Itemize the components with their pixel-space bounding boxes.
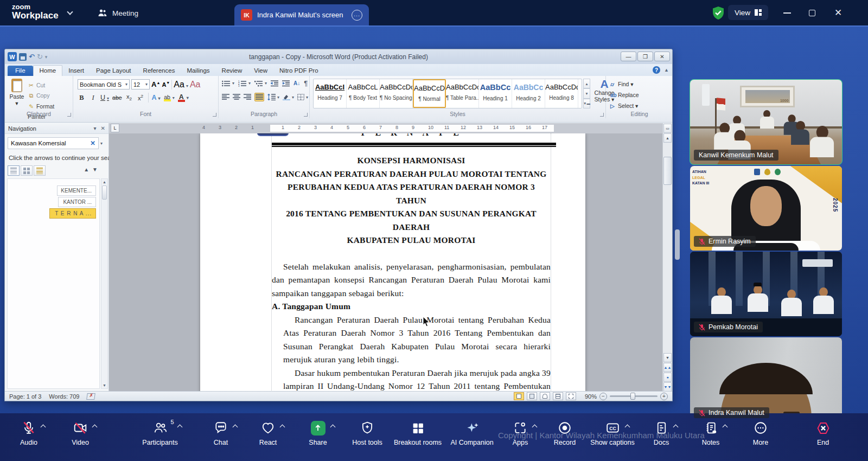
clear-formatting-button[interactable]: Aa (190, 80, 201, 89)
show-captions-button[interactable]: CC Show captions (583, 420, 642, 446)
paste-button[interactable]: Paste ▾ (9, 79, 25, 106)
chat-options-chevron[interactable] (233, 425, 238, 430)
multilevel-list-button[interactable]: ▾ (254, 80, 267, 87)
video-options-chevron[interactable] (92, 425, 98, 430)
draft-view-button[interactable] (566, 392, 576, 400)
page-indicator[interactable]: Page: 1 of 3 (9, 393, 41, 400)
styles-scroll-down[interactable]: ▼ (583, 88, 590, 98)
nav-scroll-thumb[interactable] (102, 185, 107, 200)
maximize-button[interactable] (800, 0, 825, 25)
host-tools-button[interactable]: Host tools (341, 420, 393, 446)
tab-file[interactable]: File (8, 66, 33, 76)
share-options-chevron[interactable] (330, 425, 335, 430)
decrease-indent-button[interactable] (271, 80, 278, 87)
word-close-button[interactable]: ✕ (654, 52, 670, 61)
apps-options-chevron[interactable] (532, 425, 538, 430)
word-restore-button[interactable]: ❐ (637, 52, 653, 61)
ruler-toggle-button[interactable]: ▭ (663, 124, 672, 133)
video-button[interactable]: Video (54, 420, 106, 446)
previous-result-icon[interactable]: ▲ (84, 167, 92, 172)
tab-insert[interactable]: Insert (62, 66, 90, 76)
tab-selector[interactable]: L (111, 124, 119, 132)
font-size-combo[interactable]: 12▾ (131, 79, 150, 89)
browse-pages-tab[interactable] (21, 165, 33, 176)
web-layout-button[interactable] (540, 392, 550, 400)
view-button[interactable]: View (728, 5, 768, 20)
styles-expand[interactable]: ▼▬ (583, 99, 590, 108)
shading-button[interactable]: ▾ (283, 94, 294, 100)
replace-button[interactable]: abReplace (610, 90, 639, 101)
bold-button[interactable]: B (78, 94, 86, 102)
show-formatting-button[interactable]: ¶ (304, 79, 308, 87)
scroll-up-icon[interactable]: ▲ (663, 133, 672, 143)
nav-pane-close-icon[interactable]: ✕ (101, 125, 105, 131)
style-heading2[interactable]: AaBbCcHeading 2 (512, 79, 545, 108)
scroll-thumb[interactable] (663, 157, 672, 185)
bullets-button[interactable]: ▾ (222, 80, 234, 87)
zoom-workplace-logo[interactable]: zoom Workplace (12, 3, 59, 20)
superscript-button[interactable]: x2 (137, 94, 145, 101)
nav-pane-menu-icon[interactable]: ▾ (94, 125, 97, 131)
styles-scroll-up[interactable]: ▲ (583, 79, 590, 88)
nav-scroll-up-icon[interactable]: ▲ (101, 180, 107, 184)
video-tile-pemkab[interactable]: Pemkab Morotai (690, 252, 842, 336)
audio-options-chevron[interactable] (41, 425, 46, 430)
line-spacing-button[interactable]: ▾ (267, 94, 279, 100)
document-page[interactable]: T E R N A T E KONSEPSI HARMONISASI RANCA… (200, 133, 585, 392)
breakout-rooms-button[interactable]: Breakout rooms (388, 420, 448, 446)
end-button[interactable]: End (797, 420, 849, 446)
numbering-button[interactable]: 123▾ (238, 80, 251, 87)
chat-button[interactable]: Chat (195, 420, 247, 446)
nav-scrollbar[interactable]: ▲ ▼ (101, 178, 108, 389)
tab-screen-share[interactable]: IK Indra Kanwil Malut's screen ... (234, 4, 369, 25)
highlight-button[interactable]: ab▾ (164, 94, 175, 101)
clipboard-dialog-launcher[interactable] (67, 113, 71, 117)
tab-view[interactable]: View (248, 66, 273, 76)
justify-button[interactable] (254, 93, 264, 101)
notes-options-chevron[interactable] (722, 425, 727, 430)
nav-result-item[interactable]: KEMENTE... (57, 185, 96, 196)
zoom-in-icon[interactable]: + (660, 393, 668, 400)
font-color-button[interactable]: A▾ (178, 93, 189, 102)
sort-button[interactable]: A↓ (293, 80, 300, 86)
tab-nitro-pdf[interactable]: Nitro PDF Pro (273, 66, 324, 76)
collapse-ribbon-icon[interactable]: ▲ (664, 67, 669, 73)
nav-scroll-down-icon[interactable]: ▼ (101, 383, 107, 387)
find-button[interactable]: ⌭Find ▾ (610, 79, 639, 90)
browse-object-button[interactable]: ● (663, 373, 672, 382)
search-options-icon[interactable]: ▾ (100, 141, 103, 146)
style-table-para[interactable]: AaBbCcDc¶ Table Para.. (446, 79, 479, 108)
subscript-button[interactable]: x2 (125, 93, 133, 101)
video-tile-kanwil[interactable]: 1000 Kanwil Kemenkum Malut (690, 80, 842, 164)
zoom-slider[interactable] (610, 395, 658, 397)
scroll-down-icon[interactable]: ▼ (663, 353, 672, 362)
align-left-button[interactable] (222, 94, 229, 100)
help-icon[interactable]: ? (653, 66, 660, 74)
cut-button[interactable]: ✂ Cut (28, 80, 73, 91)
word-count[interactable]: Words: 709 (49, 393, 79, 400)
clear-search-icon[interactable]: ✕ (90, 139, 95, 147)
previous-page-button[interactable]: ▲▲ (663, 363, 672, 372)
select-button[interactable]: ▷Select ▾ (610, 101, 639, 112)
tab-references[interactable]: References (137, 66, 181, 76)
chevron-down-icon[interactable] (67, 9, 73, 15)
increase-indent-button[interactable] (282, 80, 290, 87)
align-right-button[interactable] (244, 94, 251, 100)
style-body-text[interactable]: AaBbCcL¶ Body Text (347, 79, 380, 108)
react-options-chevron[interactable] (280, 425, 285, 430)
tab-home[interactable]: Home (33, 65, 63, 76)
paragraph-dialog-launcher[interactable] (304, 113, 308, 117)
notes-button[interactable]: Notes (685, 420, 737, 446)
document-canvas[interactable]: T E R N A T E KONSEPSI HARMONISASI RANCA… (109, 133, 662, 392)
spellcheck-icon[interactable] (87, 393, 95, 400)
change-case-button[interactable]: Aa▾ (174, 80, 188, 89)
react-button[interactable]: React (242, 420, 294, 446)
more-options-icon[interactable]: ... (352, 10, 362, 21)
print-layout-button[interactable] (514, 392, 524, 400)
next-result-icon[interactable]: ▼ (92, 167, 101, 172)
outline-view-button[interactable] (553, 392, 563, 400)
ai-companion-button[interactable]: AI Companion (442, 420, 502, 446)
video-tile-ermin[interactable]: ATIHAN LEGAL KATAN III 2025 Ermin Rasyim (690, 166, 842, 251)
zoom-out-icon[interactable]: − (599, 393, 607, 400)
audio-button[interactable]: Audio (3, 420, 55, 446)
